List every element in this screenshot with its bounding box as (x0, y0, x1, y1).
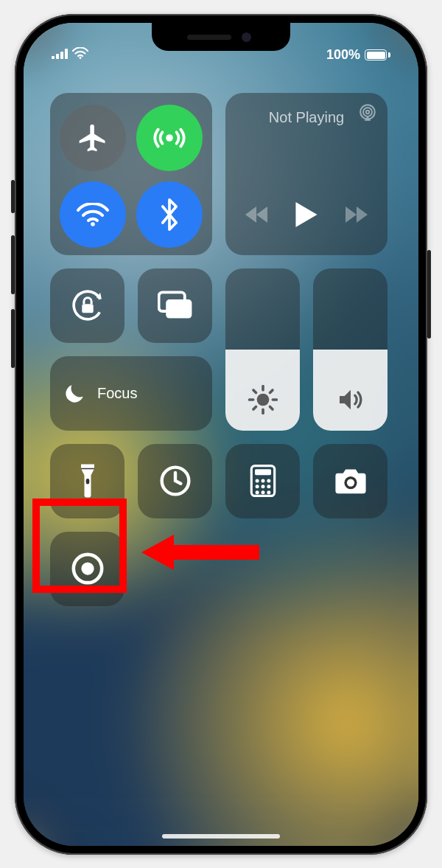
svg-point-9 (366, 110, 369, 113)
cellular-signal-icon (52, 47, 68, 63)
next-track-button[interactable] (345, 206, 368, 226)
antenna-icon (152, 121, 186, 155)
media-controls-group[interactable]: Not Playing (225, 93, 387, 255)
svg-point-40 (81, 562, 94, 574)
next-track-icon (345, 206, 368, 223)
control-center: Not Playing (24, 23, 418, 846)
svg-point-14 (256, 393, 269, 406)
screen-record-icon (71, 552, 105, 586)
svg-line-19 (253, 390, 256, 393)
svg-point-5 (166, 134, 173, 142)
svg-rect-11 (82, 304, 93, 313)
svg-line-21 (253, 406, 256, 409)
play-button[interactable] (295, 202, 318, 230)
svg-point-33 (267, 485, 270, 488)
rotation-lock-icon (70, 288, 105, 323)
svg-rect-2 (60, 52, 63, 59)
flashlight-button[interactable] (50, 444, 124, 518)
bluetooth-icon (160, 198, 179, 231)
screen-mirroring-button[interactable] (138, 268, 212, 343)
prev-track-button[interactable] (245, 206, 267, 226)
rotation-lock-button[interactable] (50, 268, 124, 343)
svg-rect-1 (56, 54, 59, 59)
bluetooth-button[interactable] (136, 181, 203, 248)
svg-point-38 (346, 479, 354, 486)
screen: 100% (24, 23, 418, 846)
svg-point-28 (255, 479, 259, 482)
media-title: Not Playing (269, 109, 344, 126)
svg-line-22 (270, 390, 273, 393)
svg-rect-13 (166, 299, 192, 319)
svg-point-36 (267, 490, 270, 494)
wifi-status-icon (72, 47, 88, 63)
home-indicator[interactable] (162, 834, 280, 839)
airplane-icon (77, 122, 109, 154)
calculator-icon (250, 465, 276, 497)
volume-icon (336, 385, 365, 414)
screen-mirroring-icon (158, 291, 193, 320)
svg-point-31 (255, 485, 259, 488)
brightness-icon (248, 385, 278, 414)
camera-button[interactable] (313, 444, 387, 518)
ringer-switch (11, 180, 15, 213)
connectivity-group (50, 93, 212, 255)
volume-up-button (11, 235, 15, 294)
airplay-icon[interactable] (358, 103, 377, 125)
iphone-frame: 100% (15, 14, 427, 855)
notch (152, 23, 290, 51)
svg-point-6 (91, 222, 95, 226)
svg-rect-27 (255, 469, 271, 475)
timer-icon (159, 465, 192, 497)
brightness-slider[interactable] (225, 268, 300, 431)
wifi-button[interactable] (60, 181, 126, 248)
wifi-icon (76, 203, 110, 226)
power-button (427, 250, 431, 338)
focus-label: Focus (97, 385, 137, 402)
battery-percentage: 100% (326, 47, 360, 63)
moon-icon (63, 381, 87, 405)
svg-rect-0 (52, 56, 55, 59)
svg-point-35 (261, 490, 264, 494)
svg-rect-23 (85, 479, 89, 485)
svg-point-34 (255, 490, 259, 494)
prev-track-icon (245, 206, 267, 223)
svg-point-30 (267, 479, 270, 482)
volume-slider[interactable] (313, 268, 387, 431)
screen-record-button[interactable] (50, 532, 124, 606)
play-icon (295, 202, 318, 227)
flashlight-icon (79, 464, 97, 498)
svg-line-20 (270, 406, 273, 409)
svg-point-32 (261, 485, 264, 488)
battery-icon (365, 49, 390, 60)
cellular-data-button[interactable] (136, 105, 203, 171)
volume-down-button (11, 309, 15, 368)
timer-button[interactable] (138, 444, 212, 518)
focus-button[interactable]: Focus (50, 356, 212, 431)
svg-rect-3 (65, 49, 68, 59)
airplane-mode-button[interactable] (60, 105, 126, 171)
svg-point-29 (261, 479, 264, 482)
calculator-button[interactable] (225, 444, 300, 518)
camera-icon (333, 466, 368, 496)
svg-point-4 (80, 57, 82, 59)
svg-point-8 (363, 107, 372, 116)
